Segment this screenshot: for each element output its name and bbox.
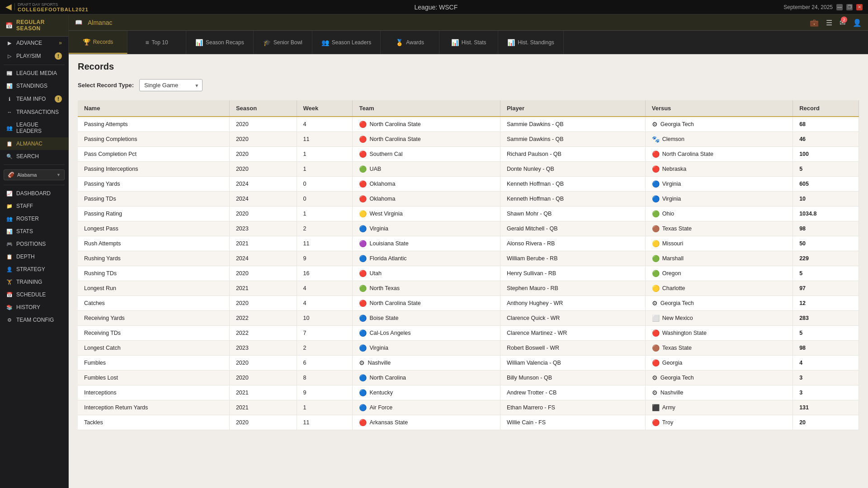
table-row[interactable]: Longest Run 2021 4 🟢 North Texas Stephen… (78, 281, 859, 296)
bars-icon[interactable]: ☰ (826, 18, 832, 27)
close-button[interactable]: ✕ (856, 4, 863, 10)
table-row[interactable]: Passing Attempts 2020 4 🔴 North Carolina… (78, 117, 859, 132)
cell-record: 68 (793, 117, 859, 132)
tab-hist-standings[interactable]: 📊 Hist. Standings (498, 31, 564, 54)
sidebar-item-almanac[interactable]: 📋 ALMANAC (0, 137, 68, 150)
table-row[interactable]: Fumbles 2020 6 ⚙ Nashville William Valen… (78, 356, 859, 371)
cell-team: 🔴 Oklahoma (353, 192, 500, 206)
team-logo: 🔵 (359, 314, 367, 322)
versus-logo: 🔵 (652, 195, 660, 202)
table-row[interactable]: Tackles 2020 11 🔴 Arkansas State Willie … (78, 415, 859, 430)
table-row[interactable]: Receiving TDs 2022 7 🔵 Cal-Los Angeles C… (78, 326, 859, 341)
cell-season: 2020 (229, 415, 297, 430)
cell-versus: 🟢 Ohio (645, 206, 793, 221)
strategy-icon: 👤 (6, 266, 13, 272)
minimize-button[interactable]: — (836, 4, 843, 10)
record-type-select[interactable]: Single Game Season Career (139, 79, 203, 91)
table-row[interactable]: Rush Attempts 2021 11 🟣 Louisiana State … (78, 236, 859, 251)
cell-record: 605 (793, 177, 859, 192)
cell-week: 0 (297, 192, 353, 206)
cell-name: Interception Return Yards (78, 400, 229, 415)
table-row[interactable]: Longest Pass 2023 2 🔵 Virginia Gerald Mi… (78, 221, 859, 236)
sidebar-item-dashboard[interactable]: 📈 DASHBOARD (0, 187, 68, 200)
table-row[interactable]: Rushing TDs 2020 16 🔴 Utah Henry Sulliva… (78, 266, 859, 281)
playsim-icon: ▷ (6, 53, 13, 59)
sidebar-item-team-info[interactable]: ℹ TEAM INFO ! (0, 92, 68, 106)
team-name: West Virginia (369, 211, 402, 217)
sidebar-item-league-media[interactable]: 📰 LEAGUE MEDIA (0, 67, 68, 80)
transactions-icon: ↔ (6, 109, 13, 115)
team-name: Arkansas State (369, 419, 408, 426)
cell-player: Ethan Marrero - FS (500, 400, 645, 415)
table-row[interactable]: Passing Yards 2024 0 🔴 Oklahoma Kenneth … (78, 177, 859, 192)
sidebar-item-strategy[interactable]: 👤 STRATEGY (0, 263, 68, 276)
user-icon[interactable]: 👤 (853, 18, 862, 27)
restore-button[interactable]: ❐ (846, 4, 853, 10)
cell-week: 9 (297, 251, 353, 266)
cell-player: Donte Nunley - QB (500, 162, 645, 177)
sidebar-item-search[interactable]: 🔍 SEARCH (0, 150, 68, 163)
table-row[interactable]: Interception Return Yards 2021 1 🔵 Air F… (78, 400, 859, 415)
sidebar-item-depth[interactable]: 📋 DEPTH (0, 250, 68, 263)
team-name: Kentucky (369, 389, 392, 396)
sidebar-item-standings[interactable]: 📊 STANDINGS (0, 80, 68, 92)
tab-senior-bowl[interactable]: 🎓 Senior Bowl (254, 31, 312, 54)
sidebar-item-history[interactable]: 📚 HISTORY (0, 301, 68, 314)
table-row[interactable]: Pass Completion Pct 2020 1 🔴 Southern Ca… (78, 147, 859, 162)
tab-hist-stats[interactable]: 📊 Hist. Stats (439, 31, 498, 54)
table-row[interactable]: Passing Rating 2020 1 🟡 West Virginia Sh… (78, 206, 859, 221)
tab-top10[interactable]: ≡ Top 10 (127, 31, 186, 54)
back-icon[interactable]: ◀ (5, 2, 12, 12)
tab-records[interactable]: 🏆 Records (69, 31, 127, 54)
sidebar-item-schedule[interactable]: 📅 SCHEDULE (0, 288, 68, 301)
briefcase-icon[interactable]: 💼 (810, 18, 819, 27)
topbar-right: September 24, 2025 — ❐ ✕ (783, 4, 863, 10)
versus-logo: ⚙ (652, 389, 658, 396)
sidebar-item-roster[interactable]: 👥 ROSTER (0, 212, 68, 225)
team-logo: 🔴 (359, 180, 367, 188)
table-row[interactable]: Rushing Yards 2024 9 🔵 Florida Atlantic … (78, 251, 859, 266)
team-selector[interactable]: 🏈 Alabama ▼ (4, 169, 65, 180)
versus-name: Texas State (662, 345, 692, 351)
table-row[interactable]: Passing TDs 2024 0 🔴 Oklahoma Kenneth Ho… (78, 192, 859, 206)
table-row[interactable]: Passing Interceptions 2020 1 🟢 UAB Donte… (78, 162, 859, 177)
table-row[interactable]: Receiving Yards 2022 10 🔵 Boise State Cl… (78, 311, 859, 326)
table-row[interactable]: Interceptions 2021 9 🔵 Kentucky Andrew T… (78, 385, 859, 400)
col-player: Player (500, 100, 645, 117)
sidebar-item-playsim[interactable]: ▷ PLAY/SIM ! (0, 49, 68, 63)
sidebar-item-positions[interactable]: 🎮 POSITIONS (0, 238, 68, 250)
cell-versus: 🔴 North Carolina State (645, 147, 793, 162)
mail-icon-wrapper[interactable]: ✉ 2 (840, 18, 845, 27)
sidebar-item-stats[interactable]: 📊 STATS (0, 225, 68, 238)
season-leaders-tab-icon: 👥 (321, 39, 329, 46)
title-bar: ◀ DRAFT DAY SPORTS COLLEGEFOOTBALL2021 L… (0, 0, 868, 14)
tab-awards[interactable]: 🏅 Awards (381, 31, 439, 54)
cell-record: 229 (793, 251, 859, 266)
team-logo: 🔴 (359, 150, 367, 158)
cell-versus: 🔴 Nebraska (645, 162, 793, 177)
cell-week: 7 (297, 326, 353, 341)
versus-name: Army (662, 404, 675, 411)
records-table: Name Season Week Team Player Versus Reco… (78, 100, 859, 430)
tab-season-recaps[interactable]: 📊 Season Recaps (186, 31, 254, 54)
window-controls: — ❐ ✕ (836, 4, 863, 10)
sidebar-item-training[interactable]: 🏋 TRAINING (0, 276, 68, 288)
cell-season: 2020 (229, 132, 297, 147)
versus-logo: 🟡 (652, 285, 660, 292)
tab-season-leaders[interactable]: 👥 Season Leaders (312, 31, 381, 54)
team-name: Florida Atlantic (369, 255, 406, 262)
versus-logo: 🟡 (652, 240, 660, 247)
record-selector-row: Select Record Type: Single Game Season C… (78, 79, 859, 91)
table-row[interactable]: Passing Completions 2020 11 🔴 North Caro… (78, 132, 859, 147)
search-icon: 🔍 (6, 153, 13, 160)
sidebar-item-advance[interactable]: ▶ ADVANCE » (0, 37, 68, 49)
versus-name: Missouri (662, 240, 684, 247)
sidebar-item-staff[interactable]: 📁 STAFF (0, 200, 68, 212)
table-row[interactable]: Longest Catch 2023 2 🔵 Virginia Robert B… (78, 341, 859, 356)
versus-logo: 🔴 (652, 150, 660, 158)
table-row[interactable]: Catches 2020 4 🔴 North Carolina State An… (78, 296, 859, 311)
table-row[interactable]: Fumbles Lost 2020 8 🔵 North Carolina Bil… (78, 371, 859, 385)
sidebar-item-league-leaders[interactable]: 👥 LEAGUE LEADERS (0, 118, 68, 137)
sidebar-item-transactions[interactable]: ↔ TRANSACTIONS (0, 106, 68, 118)
sidebar-item-team-config[interactable]: ⚙ TEAM CONFIG (0, 314, 68, 326)
